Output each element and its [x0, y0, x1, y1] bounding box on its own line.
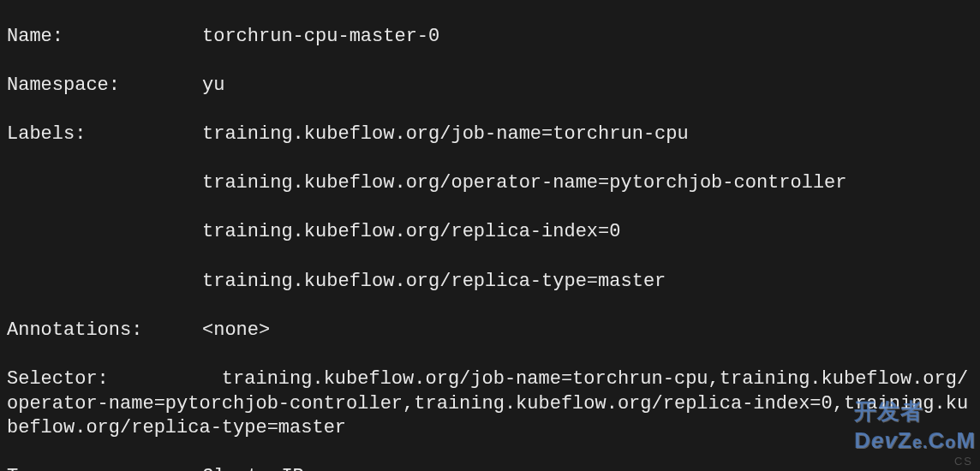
indent: [7, 171, 202, 196]
field-labels-cont: training.kubeflow.org/replica-type=maste…: [7, 270, 973, 295]
field-value: ClusterIP: [202, 465, 304, 471]
field-value: yu: [202, 74, 224, 98]
field-value: torchrun-cpu-master-0: [202, 25, 439, 50]
field-type: Type:ClusterIP: [7, 465, 973, 471]
indent: [7, 270, 202, 295]
field-annotations: Annotations:<none>: [7, 319, 973, 343]
field-labels-cont: training.kubeflow.org/replica-index=0: [7, 220, 973, 245]
field-key: Type:: [7, 465, 202, 471]
terminal-output: Name:torchrun-cpu-master-0 Namespace:yu …: [0, 0, 980, 471]
field-value: training.kubeflow.org/operator-name=pyto…: [202, 171, 847, 196]
watermark-brand: 开发者DevZe.CoM: [854, 397, 976, 456]
indent: [7, 220, 202, 245]
field-value: training.kubeflow.org/replica-type=maste…: [202, 270, 666, 295]
field-selector: Selector: training.kubeflow.org/job-name…: [7, 367, 973, 441]
field-labels: Labels:training.kubeflow.org/job-name=to…: [7, 122, 973, 147]
field-value: <none>: [202, 319, 270, 343]
field-namespace: Namespace:yu: [7, 74, 973, 98]
field-key: Annotations:: [7, 319, 202, 343]
watermark-secondary: CS: [954, 455, 973, 469]
field-name: Name:torchrun-cpu-master-0: [7, 25, 973, 50]
field-key: Namespace:: [7, 74, 202, 98]
field-labels-cont: training.kubeflow.org/operator-name=pyto…: [7, 171, 973, 196]
field-key: Labels:: [7, 122, 202, 147]
field-value: training.kubeflow.org/replica-index=0: [202, 220, 620, 245]
field-value: training.kubeflow.org/job-name=torchrun-…: [202, 122, 689, 147]
field-key: Name:: [7, 25, 202, 50]
